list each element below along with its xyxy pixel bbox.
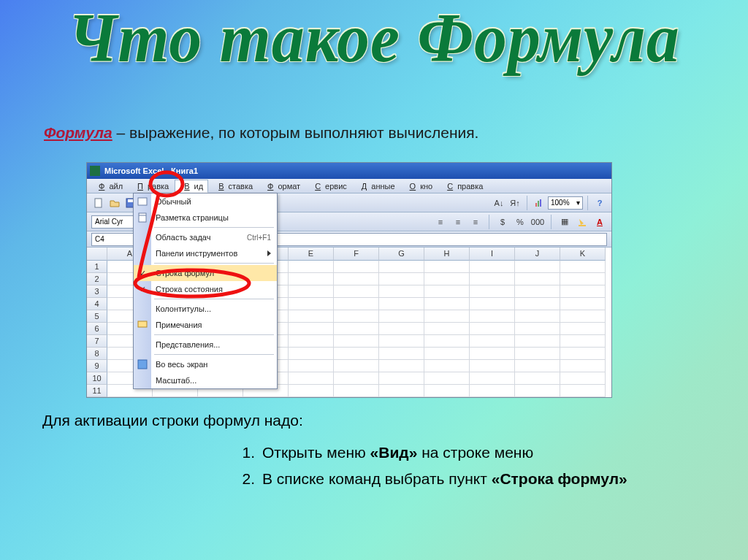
menu-item[interactable]: Панели инструментов xyxy=(134,245,277,261)
view-menu-dropdown[interactable]: ОбычныйРазметка страницыОбласть задачCtr… xyxy=(133,193,278,389)
cell[interactable] xyxy=(334,261,379,273)
col-header-F[interactable]: F xyxy=(334,248,379,261)
cell[interactable] xyxy=(289,285,334,298)
cell[interactable] xyxy=(289,360,334,372)
cell[interactable] xyxy=(379,323,424,335)
menu-item-Справка[interactable]: Справка xyxy=(438,180,487,192)
menu-item[interactable]: ✓Строка состояния xyxy=(134,281,277,297)
cell[interactable] xyxy=(560,360,606,372)
help-icon[interactable]: ? xyxy=(592,196,607,210)
row-header-9[interactable]: 9 xyxy=(87,360,107,372)
row-header-10[interactable]: 10 xyxy=(87,372,107,385)
cell[interactable] xyxy=(515,385,560,397)
col-header-K[interactable]: K xyxy=(560,248,606,261)
cell[interactable] xyxy=(515,310,560,323)
cell[interactable] xyxy=(379,310,424,323)
cell[interactable] xyxy=(470,261,515,273)
cell[interactable] xyxy=(515,335,560,348)
cell[interactable] xyxy=(334,310,379,323)
cell[interactable] xyxy=(560,372,606,385)
menu-item[interactable]: Примечания xyxy=(134,317,277,333)
cell[interactable] xyxy=(379,298,424,310)
row-header-5[interactable]: 5 xyxy=(87,310,107,323)
cell[interactable] xyxy=(379,261,424,273)
row-header-2[interactable]: 2 xyxy=(87,273,107,285)
cell[interactable] xyxy=(560,273,606,285)
col-header-J[interactable]: J xyxy=(515,248,560,261)
cell[interactable] xyxy=(470,335,515,348)
currency-icon[interactable]: $ xyxy=(495,215,510,229)
cell[interactable] xyxy=(334,360,379,372)
menu-item[interactable]: ✓Строка формул xyxy=(134,265,277,281)
cell[interactable] xyxy=(515,273,560,285)
cell[interactable] xyxy=(424,385,470,397)
row-header-1[interactable]: 1 xyxy=(87,261,107,273)
cell[interactable] xyxy=(470,348,515,360)
cell[interactable] xyxy=(424,372,470,385)
cell[interactable] xyxy=(289,323,334,335)
chart-icon[interactable] xyxy=(532,196,546,210)
cell[interactable] xyxy=(560,310,606,323)
cell[interactable] xyxy=(470,298,515,310)
cell[interactable] xyxy=(560,335,606,348)
cell[interactable] xyxy=(334,385,379,397)
cell[interactable] xyxy=(470,273,515,285)
cell[interactable] xyxy=(334,372,379,385)
menu-item-Окно[interactable]: Окно xyxy=(401,180,438,192)
cell[interactable] xyxy=(289,261,334,273)
menu-item-Формат[interactable]: Формат xyxy=(259,180,305,192)
menu-item-Вид[interactable]: Вид xyxy=(175,180,208,193)
cell[interactable] xyxy=(515,285,560,298)
cell[interactable] xyxy=(379,385,424,397)
menu-item-Данные[interactable]: Данные xyxy=(353,180,400,192)
cell[interactable] xyxy=(424,261,470,273)
cell[interactable] xyxy=(289,298,334,310)
cell[interactable] xyxy=(379,348,424,360)
sort-asc-icon[interactable]: A↓ xyxy=(492,196,506,210)
align-left-icon[interactable]: ≡ xyxy=(433,215,448,229)
cell[interactable] xyxy=(424,323,470,335)
new-icon[interactable] xyxy=(91,196,106,210)
menu-item-Файл[interactable]: Файл xyxy=(90,180,127,192)
cell[interactable] xyxy=(424,360,470,372)
cell[interactable] xyxy=(424,348,470,360)
cell[interactable] xyxy=(289,372,334,385)
cell[interactable] xyxy=(379,372,424,385)
borders-icon[interactable]: ▦ xyxy=(557,215,572,229)
comma-icon[interactable]: 000 xyxy=(530,215,545,229)
cell[interactable] xyxy=(515,360,560,372)
cell[interactable] xyxy=(334,298,379,310)
cell[interactable] xyxy=(560,261,606,273)
cell[interactable] xyxy=(379,360,424,372)
cell[interactable] xyxy=(470,323,515,335)
cell[interactable] xyxy=(560,348,606,360)
align-right-icon[interactable]: ≡ xyxy=(468,215,483,229)
cell[interactable] xyxy=(424,310,470,323)
cell[interactable] xyxy=(334,285,379,298)
menu-item-Сервис[interactable]: Сервис xyxy=(306,180,351,192)
cell[interactable] xyxy=(289,385,334,397)
cell[interactable] xyxy=(424,335,470,348)
fill-color-icon[interactable] xyxy=(575,215,589,229)
menu-item[interactable]: Область задачCtrl+F1 xyxy=(134,229,277,245)
row-header-4[interactable]: 4 xyxy=(87,298,107,310)
cell[interactable] xyxy=(560,323,606,335)
menu-item[interactable]: Колонтитулы... xyxy=(134,301,277,317)
cell[interactable] xyxy=(334,323,379,335)
col-header-H[interactable]: H xyxy=(424,248,470,261)
cell[interactable] xyxy=(470,372,515,385)
row-header-11[interactable]: 11 xyxy=(87,385,107,397)
zoom-selector[interactable]: 100%▾ xyxy=(548,196,583,210)
cell[interactable] xyxy=(515,323,560,335)
col-header-E[interactable]: E xyxy=(289,248,334,261)
font-color-icon[interactable]: A xyxy=(592,215,607,229)
select-all-corner[interactable] xyxy=(87,248,107,261)
cell[interactable] xyxy=(379,285,424,298)
cell[interactable] xyxy=(515,298,560,310)
menu-item[interactable]: Во весь экран xyxy=(134,356,277,372)
open-icon[interactable] xyxy=(107,196,122,210)
cell[interactable] xyxy=(470,310,515,323)
cell[interactable] xyxy=(334,273,379,285)
cell[interactable] xyxy=(560,385,606,397)
cell[interactable] xyxy=(470,385,515,397)
